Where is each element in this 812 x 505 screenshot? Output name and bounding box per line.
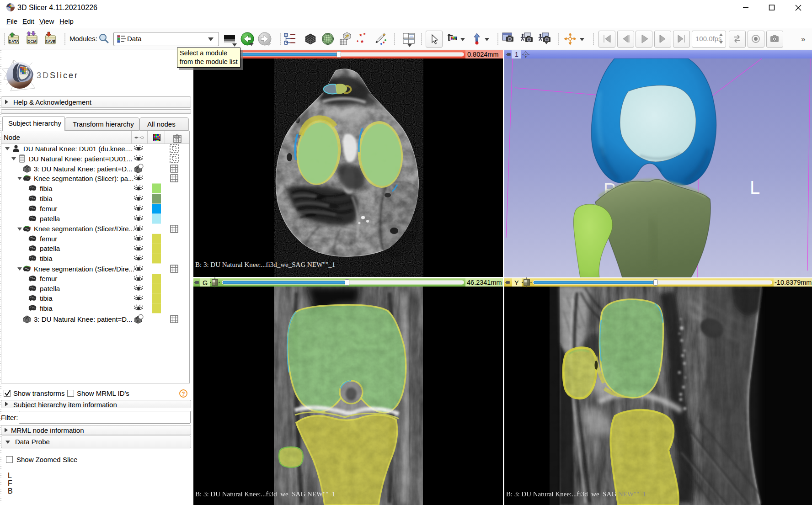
svg-text:fibia: fibia	[40, 185, 53, 192]
svg-text:DU Natural Knee: patient=DU01.: DU Natural Knee: patient=DU01...	[29, 155, 132, 163]
svg-text:3DSlicer: 3DSlicer	[37, 71, 79, 80]
svg-text:?: ?	[182, 391, 185, 397]
svg-text:DU Natural Knee: DU01 (du.knee: DU Natural Knee: DU01 (du.knee....	[23, 145, 133, 153]
svg-text:tibia: tibia	[40, 195, 53, 202]
svg-text:Y: Y	[514, 279, 519, 287]
svg-text:*: *	[363, 32, 366, 37]
svg-text:tibia: tibia	[40, 294, 53, 302]
svg-text:femur: femur	[40, 275, 57, 282]
svg-text:tibia: tibia	[40, 255, 53, 262]
svg-text:Knee segmentation (Slicer/Dire: Knee segmentation (Slicer/Dire...	[34, 265, 134, 273]
svg-text:*: *	[361, 38, 363, 46]
svg-text:Knee segmentation (Slicer): pa: Knee segmentation (Slicer): pa...	[34, 175, 134, 182]
svg-text:patella: patella	[40, 245, 60, 252]
svg-text:*: *	[357, 39, 359, 45]
svg-text:Knee segmentation (Slicer/Dire: Knee segmentation (Slicer/Dire...	[34, 225, 134, 233]
svg-text:fibia: fibia	[40, 304, 53, 312]
svg-text:DATA: DATA	[9, 39, 19, 44]
svg-text:G: G	[203, 279, 208, 287]
svg-text:femur: femur	[40, 205, 57, 213]
svg-text:patella: patella	[40, 285, 60, 292]
svg-text:B: 3: DU Natural Knee:...fi3d_: B: 3: DU Natural Knee:...fi3d_we_SAG NEW…	[195, 490, 335, 498]
svg-text:B: 3: DU Natural Knee:...fi3d_: B: 3: DU Natural Knee:...fi3d_we_SAG NEW…	[506, 490, 646, 498]
svg-text:46.2341mm: 46.2341mm	[467, 279, 502, 286]
svg-text:3: DU Natural Knee: patient=D.: 3: DU Natural Knee: patient=D...	[34, 315, 133, 323]
svg-text:-10.8379mm: -10.8379mm	[775, 279, 812, 286]
svg-text:femur: femur	[40, 235, 57, 243]
svg-text:SAVE: SAVE	[45, 39, 56, 44]
svg-text:DCM: DCM	[27, 39, 36, 44]
svg-text:patella: patella	[40, 215, 60, 223]
svg-text:3: DU Natural Knee: patient=D.: 3: DU Natural Knee: patient=D...	[34, 165, 133, 173]
svg-text:»: »	[801, 35, 805, 43]
